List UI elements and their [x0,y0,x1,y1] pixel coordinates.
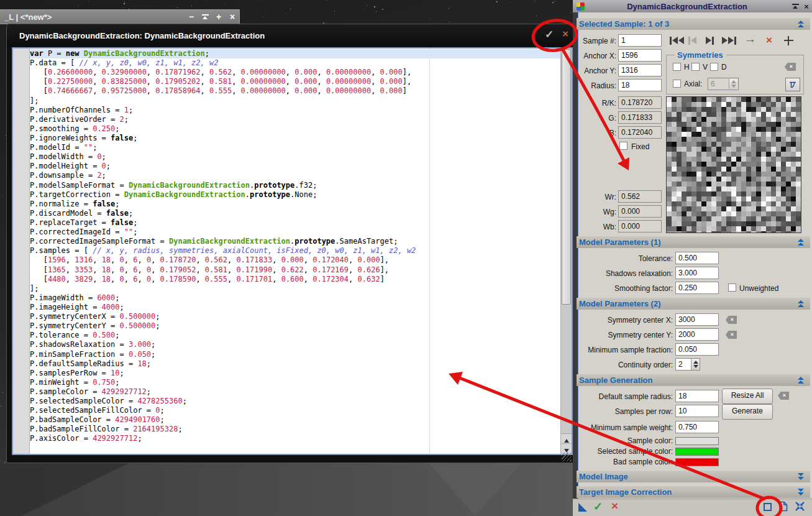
symmetry-h-label: H [684,63,690,71]
code-line: 28P.imageHeight = 4000; [30,303,560,312]
symmetry-center-y-input[interactable] [675,328,719,341]
editor-titlebar[interactable]: DynamicBackgroundExtraction: DynamicBack… [7,24,573,47]
section-header-model-parameters-2[interactable]: Model Parameters (2) [577,298,810,310]
star-dot [496,1,498,2]
maximize-icon[interactable]: + [212,10,226,24]
sample-color-swatch[interactable] [675,437,719,445]
first-sample-icon[interactable] [670,36,684,45]
rk-value-input[interactable] [618,96,662,109]
anchor-y-input[interactable] [618,64,662,76]
section-header-target-image-correction[interactable]: Target Image Correction [577,486,810,498]
last-sample-icon[interactable] [722,36,736,45]
goto-sample-arrow-icon[interactable]: → [744,32,756,46]
b-value-input[interactable] [618,126,662,139]
panel-close-icon[interactable]: × [801,2,812,11]
previous-sample-icon[interactable] [688,36,696,45]
code-editor-area[interactable]: 1var P = new DynamicBackgroundExtraction… [30,48,560,454]
shadows-relaxation-input[interactable] [675,267,719,279]
collapse-chevron-icon[interactable] [798,377,804,384]
axial-spinner[interactable] [729,79,737,89]
min-sample-fraction-input[interactable] [675,343,719,356]
continuity-order-spinner[interactable] [691,359,700,370]
cancel-x-icon[interactable]: × [611,499,618,513]
unweighted-checkbox[interactable] [728,283,736,292]
section-header-selected-sample[interactable]: Selected Sample: 1 of 3 [577,18,810,30]
delete-sample-icon[interactable]: × [766,34,772,47]
g-value-input[interactable] [618,111,662,124]
editor-close-icon[interactable]: × [562,28,568,40]
panel-titlebar[interactable]: DynamicBackgroundExtraction × [573,0,812,12]
clear-symmetry-x-icon[interactable]: × [726,316,737,324]
section-header-model-parameters-1[interactable]: Model Parameters (1) [577,236,810,248]
generate-button[interactable]: Generate [722,404,773,420]
code-line: 9P.smoothing = 0.250; [30,124,560,134]
editor-vertical-scrollbar[interactable] [560,48,572,454]
code-line: 37P.sampleColor = 4292927712; [30,387,560,397]
expand-chevron-icon[interactable] [798,473,804,480]
symmetry-h-checkbox[interactable] [673,63,681,71]
sample-preview-thumbnail[interactable] [666,96,801,233]
expand-chevron-icon[interactable] [798,489,804,495]
code-line: 27P.imageWidth = 6000; [30,293,560,303]
sample-number-input[interactable] [618,34,662,47]
next-sample-icon[interactable] [706,36,714,45]
scroll-up-button[interactable] [561,433,572,444]
anchor-x-input[interactable] [618,49,662,62]
window-resize-grip[interactable] [562,453,572,461]
radius-input[interactable] [618,79,662,91]
smoothing-factor-input[interactable] [675,282,719,294]
symmetry-v-checkbox[interactable] [691,63,700,71]
reset-arrows-icon[interactable] [795,501,805,514]
symmetries-title: Symmetries [674,50,726,60]
code-line: 34P.defaultSampleRadius = 18; [30,359,560,369]
section-header-model-image[interactable]: Model Image [577,471,810,482]
section-header-sample-generation[interactable]: Sample Generation [577,374,810,386]
star-dot [124,3,125,4]
collapse-chevron-icon[interactable] [798,300,804,307]
resize-all-button[interactable]: Resize All [722,389,773,404]
apply-check-icon[interactable]: ✓ [593,500,603,514]
star-dot [534,1,535,1]
clear-symmetry-y-icon[interactable]: × [726,331,737,339]
panel-shade-icon[interactable] [790,2,801,11]
star-dot [196,2,196,3]
shade-icon[interactable] [198,10,212,24]
track-sample-crosshair-icon[interactable] [784,36,793,45]
collapse-chevron-icon[interactable] [798,21,804,27]
rk-label: R/K: [574,99,616,108]
clear-symmetries-icon[interactable]: × [785,63,796,71]
axial-checkbox[interactable] [673,80,681,88]
image-window-title: _L | <*new*> [0,12,185,22]
axial-symmetry-icon[interactable] [785,78,800,91]
new-instance-triangle-icon[interactable] [578,503,587,512]
selected-sample-color-swatch[interactable] [675,448,719,456]
editor-apply-check-icon[interactable]: ✓ [545,28,554,41]
code-line: 20P.correctedImageId = ""; [30,228,560,237]
code-line: 41P.badSampleFillColor = 2164195328; [30,425,560,434]
image-window-titlebar[interactable]: _L | <*new*> − + × [0,9,240,24]
code-line: 5 [0.74666667, 0.95725000, 0.17858964, 0… [30,86,560,96]
wb-value-input[interactable] [618,220,662,233]
bad-sample-color-swatch[interactable] [675,458,719,466]
browse-instance-square-icon[interactable] [764,503,772,511]
fixed-checkbox[interactable] [619,142,627,150]
symmetry-center-x-input[interactable] [675,313,719,326]
minimize-icon[interactable]: − [185,10,198,24]
min-sample-weight-input[interactable] [675,421,719,433]
wg-value-input[interactable] [618,205,662,218]
anchor-y-label: Anchor Y: [574,67,616,75]
scrollbar-thumb[interactable] [562,49,571,305]
default-sample-radius-input[interactable] [675,390,719,402]
new-document-icon[interactable] [779,501,788,514]
tolerance-input[interactable] [675,252,719,264]
star-dot [191,6,192,6]
symmetry-d-checkbox[interactable] [710,63,718,71]
wr-value-input[interactable] [618,190,662,203]
code-line: 31P.tolerance = 0.500; [30,331,560,340]
code-editor-frame: 1var P = new DynamicBackgroundExtraction… [12,47,573,455]
clear-sample-radius-icon[interactable]: × [778,392,789,400]
samples-per-row-input[interactable] [675,405,719,417]
star-dot [123,7,124,8]
collapse-chevron-icon[interactable] [798,239,804,246]
close-icon[interactable]: × [226,10,239,24]
